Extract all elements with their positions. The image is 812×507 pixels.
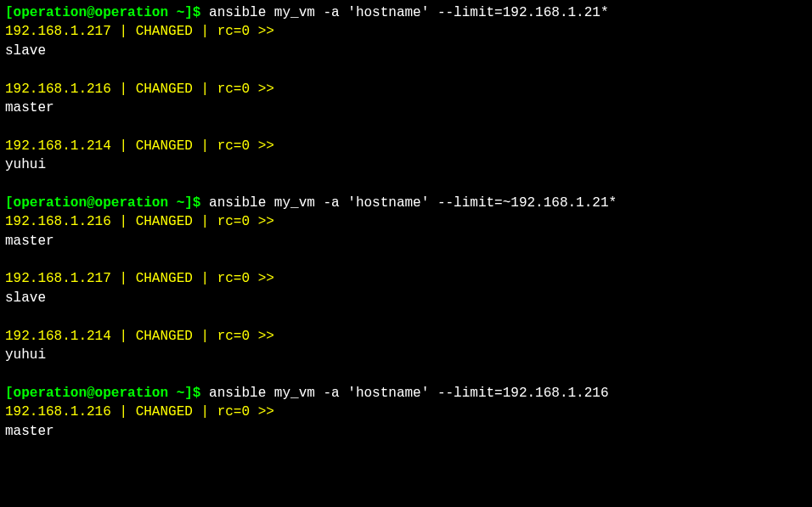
command-line: [operation@operation ~]$ ansible my_vm -… bbox=[5, 3, 807, 22]
result-status: 192.168.1.216 | CHANGED | rc=0 >> bbox=[5, 212, 807, 231]
blank-line bbox=[5, 251, 807, 269]
shell-prompt: [operation@operation ~]$ bbox=[5, 5, 209, 20]
result-hostname: slave bbox=[5, 289, 807, 307]
result-status: 192.168.1.214 | CHANGED | rc=0 >> bbox=[5, 137, 807, 155]
command-text: ansible my_vm -a 'hostname' --limit=192.… bbox=[209, 386, 608, 401]
shell-prompt: [operation@operation ~]$ bbox=[5, 386, 209, 401]
result-status: 192.168.1.217 | CHANGED | rc=0 >> bbox=[5, 22, 807, 41]
result-status: 192.168.1.216 | CHANGED | rc=0 >> bbox=[5, 403, 807, 421]
command-text: ansible my_vm -a 'hostname' --limit=~192… bbox=[209, 195, 617, 211]
shell-prompt: [operation@operation ~]$ bbox=[5, 195, 209, 211]
command-text: ansible my_vm -a 'hostname' --limit=192.… bbox=[209, 5, 608, 20]
result-hostname: master bbox=[5, 422, 807, 441]
result-status: 192.168.1.217 | CHANGED | rc=0 >> bbox=[5, 269, 807, 288]
terminal-output[interactable]: [operation@operation ~]$ ansible my_vm -… bbox=[5, 3, 807, 441]
blank-line bbox=[5, 307, 807, 326]
result-hostname: master bbox=[5, 99, 807, 117]
result-hostname: master bbox=[5, 232, 807, 251]
command-line: [operation@operation ~]$ ansible my_vm -… bbox=[5, 384, 807, 403]
blank-line bbox=[5, 364, 807, 383]
result-hostname: yuhui bbox=[5, 346, 807, 364]
blank-line bbox=[5, 60, 807, 79]
result-hostname: slave bbox=[5, 42, 807, 60]
result-status: 192.168.1.216 | CHANGED | rc=0 >> bbox=[5, 80, 807, 99]
blank-line bbox=[5, 117, 807, 136]
command-line: [operation@operation ~]$ ansible my_vm -… bbox=[5, 194, 807, 212]
result-status: 192.168.1.214 | CHANGED | rc=0 >> bbox=[5, 327, 807, 346]
result-hostname: yuhui bbox=[5, 155, 807, 174]
blank-line bbox=[5, 175, 807, 194]
